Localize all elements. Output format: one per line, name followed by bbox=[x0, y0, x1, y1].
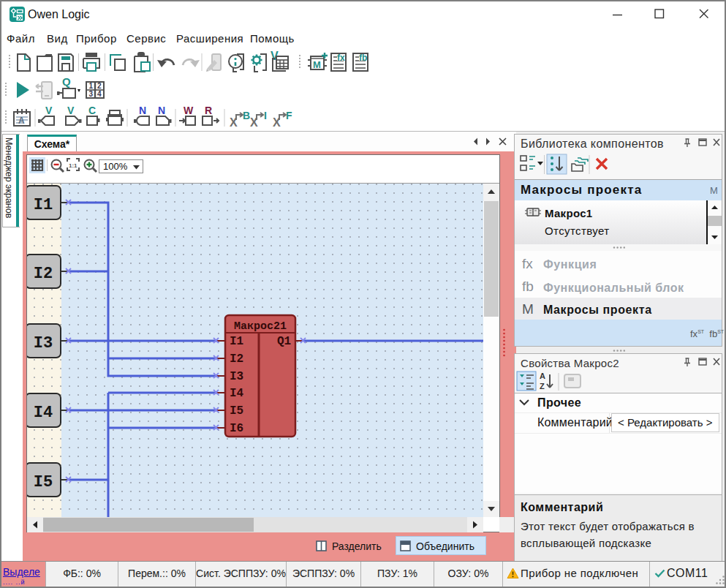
svg-text:B: B bbox=[243, 110, 250, 121]
svg-text:V: V bbox=[67, 105, 75, 116]
svg-text:I5: I5 bbox=[34, 473, 53, 491]
svg-text:I3: I3 bbox=[230, 370, 243, 383]
svg-text:I2: I2 bbox=[230, 353, 243, 366]
svg-text:3: 3 bbox=[89, 90, 94, 98]
svg-text:I1: I1 bbox=[230, 335, 243, 348]
svg-text:F: F bbox=[286, 110, 292, 121]
svg-text:R: R bbox=[205, 105, 212, 116]
svg-text:M: M bbox=[313, 59, 321, 70]
svg-text:Z: Z bbox=[540, 382, 545, 391]
svg-text:fx: fx bbox=[337, 53, 345, 63]
svg-text:W: W bbox=[184, 105, 194, 116]
svg-text:I4: I4 bbox=[230, 387, 244, 400]
svg-text:fb: fb bbox=[359, 53, 367, 63]
svg-text:I6: I6 bbox=[230, 422, 243, 435]
svg-text:4: 4 bbox=[97, 90, 102, 98]
svg-text:2: 2 bbox=[97, 82, 102, 90]
svg-text:I3: I3 bbox=[34, 334, 53, 353]
svg-text:N: N bbox=[139, 105, 146, 116]
svg-text:I4: I4 bbox=[34, 404, 53, 422]
svg-text:1:1: 1:1 bbox=[69, 162, 77, 169]
svg-text:V: V bbox=[45, 105, 53, 116]
svg-text:I5: I5 bbox=[230, 404, 243, 418]
svg-text:Q1: Q1 bbox=[277, 335, 291, 348]
svg-text:A: A bbox=[18, 116, 25, 126]
svg-text:1: 1 bbox=[89, 82, 94, 90]
svg-text:Макрос21: Макрос21 bbox=[234, 320, 287, 333]
svg-text:N: N bbox=[158, 105, 165, 116]
svg-text:C: C bbox=[88, 105, 96, 116]
svg-text:Q: Q bbox=[62, 76, 71, 88]
svg-text:I: I bbox=[264, 110, 267, 121]
svg-text:I2: I2 bbox=[34, 265, 53, 283]
svg-text:I1: I1 bbox=[34, 196, 53, 214]
svg-text:A: A bbox=[540, 372, 545, 380]
